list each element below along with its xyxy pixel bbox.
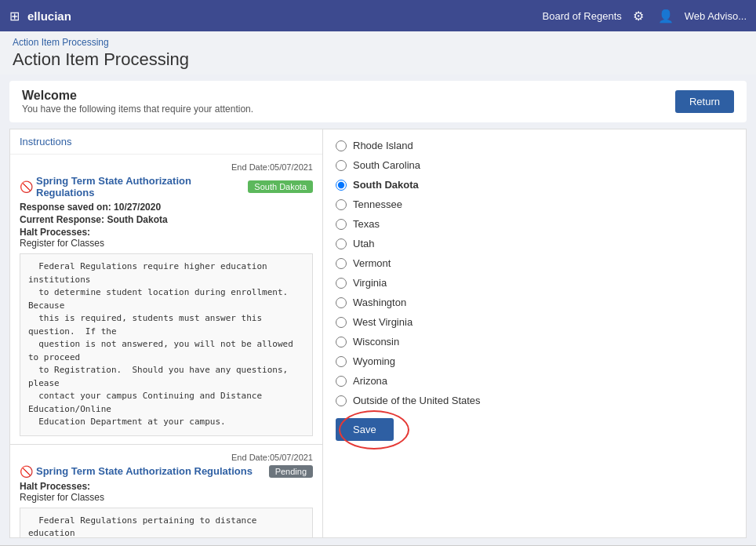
save-button[interactable]: Save bbox=[336, 418, 394, 441]
state-radio-0[interactable] bbox=[336, 140, 347, 151]
end-date-1: End Date:05/07/2021 bbox=[231, 162, 313, 172]
state-radio-4[interactable] bbox=[336, 219, 347, 230]
user-icon[interactable]: 👤 bbox=[655, 5, 677, 27]
state-item[interactable]: Wisconsin bbox=[323, 332, 746, 351]
state-radio-7[interactable] bbox=[336, 278, 347, 289]
state-item[interactable]: South Dakota bbox=[323, 175, 746, 195]
state-label-6: Vermont bbox=[353, 257, 391, 269]
state-item[interactable]: South Carolina bbox=[323, 155, 746, 175]
state-label-0: Rhode Island bbox=[353, 140, 413, 151]
state-item[interactable]: West Virginia bbox=[323, 312, 746, 332]
welcome-title: Welcome bbox=[22, 89, 77, 102]
state-label-8: Washington bbox=[353, 297, 406, 308]
state-radio-6[interactable] bbox=[336, 258, 347, 269]
state-label-11: Wyoming bbox=[353, 355, 395, 367]
state-item[interactable]: Wyoming bbox=[323, 351, 746, 371]
state-label-3: Tennessee bbox=[353, 198, 402, 210]
top-navigation: ⊞ ellucian Board of Regents ⚙ 👤 Web Advi… bbox=[0, 0, 756, 31]
breadcrumb[interactable]: Action Item Processing bbox=[13, 37, 109, 48]
action-card-link-1[interactable]: Spring Term State Authorization Regulati… bbox=[36, 175, 248, 198]
state-radio-5[interactable] bbox=[336, 238, 347, 249]
state-item[interactable]: Texas bbox=[323, 214, 746, 234]
welcome-subtitle: You have the following items that requir… bbox=[22, 104, 253, 115]
state-radio-2[interactable] bbox=[336, 180, 347, 191]
state-label-2: South Dakota bbox=[353, 179, 419, 191]
state-label-9: West Virginia bbox=[353, 316, 413, 328]
brand-logo: ellucian bbox=[27, 9, 71, 23]
right-panel: Rhode IslandSouth CarolinaSouth DakotaTe… bbox=[323, 129, 747, 538]
state-label-12: Arizona bbox=[353, 375, 387, 387]
action-card-2: End Date:05/07/2021 🚫 Spring Term State … bbox=[10, 445, 322, 539]
response-saved-1: Response saved on: 10/27/2020 bbox=[20, 202, 313, 213]
state-item[interactable]: Virginia bbox=[323, 273, 746, 293]
state-item[interactable]: Tennessee bbox=[323, 195, 746, 214]
status-badge-1: South Dakota bbox=[248, 180, 313, 193]
state-radio-11[interactable] bbox=[336, 356, 347, 367]
description-2: Federal Regulations pertaining to distan… bbox=[20, 508, 313, 539]
state-radio-8[interactable] bbox=[336, 297, 347, 308]
state-radio-12[interactable] bbox=[336, 376, 347, 387]
state-label-7: Virginia bbox=[353, 277, 387, 289]
state-label-5: Utah bbox=[353, 238, 374, 249]
grid-icon[interactable]: ⊞ bbox=[9, 9, 20, 24]
state-label-4: Texas bbox=[353, 218, 380, 230]
action-card-link-2[interactable]: Spring Term State Authorization Regulati… bbox=[36, 465, 269, 477]
ban-icon-1: 🚫 bbox=[20, 180, 33, 193]
web-advisor-label: Web Adviso... bbox=[685, 10, 747, 22]
status-badge-2: Pending bbox=[269, 465, 313, 478]
state-radio-9[interactable] bbox=[336, 317, 347, 328]
instructions-link[interactable]: Instructions bbox=[10, 129, 322, 155]
current-response-1: Current Response: South Dakota bbox=[20, 214, 313, 225]
state-radio-3[interactable] bbox=[336, 199, 347, 210]
state-list: Rhode IslandSouth CarolinaSouth DakotaTe… bbox=[323, 136, 746, 410]
save-area: Save bbox=[323, 410, 746, 447]
state-radio-1[interactable] bbox=[336, 160, 347, 171]
state-item[interactable]: Rhode Island bbox=[323, 136, 746, 155]
state-radio-10[interactable] bbox=[336, 337, 347, 348]
state-radio-13[interactable] bbox=[336, 395, 347, 406]
halt-value-2: Register for Classes bbox=[20, 492, 313, 503]
ban-icon-2: 🚫 bbox=[20, 465, 33, 478]
page-title: Action Item Processing bbox=[13, 49, 743, 70]
halt-value-1: Register for Classes bbox=[20, 238, 313, 249]
state-label-10: Wisconsin bbox=[353, 336, 399, 348]
state-item[interactable]: Vermont bbox=[323, 253, 746, 273]
state-item[interactable]: Outside of the United States bbox=[323, 391, 746, 410]
description-1: Federal Regulations require higher educa… bbox=[20, 253, 313, 436]
state-item[interactable]: Utah bbox=[323, 234, 746, 253]
state-label-1: South Carolina bbox=[353, 159, 420, 171]
gear-icon[interactable]: ⚙ bbox=[630, 5, 647, 27]
return-button[interactable]: Return bbox=[675, 90, 734, 113]
halt-label-2: Halt Processes: bbox=[20, 481, 313, 492]
board-label: Board of Regents bbox=[543, 10, 622, 22]
halt-label-1: Halt Processes: bbox=[20, 227, 313, 238]
end-date-2: End Date:05/07/2021 bbox=[231, 453, 313, 462]
left-panel: Instructions End Date:05/07/2021 🚫 Sprin… bbox=[9, 129, 323, 538]
state-item[interactable]: Washington bbox=[323, 293, 746, 312]
state-label-13: Outside of the United States bbox=[353, 395, 481, 406]
state-item[interactable]: Arizona bbox=[323, 371, 746, 391]
action-card-1: End Date:05/07/2021 🚫 Spring Term State … bbox=[10, 155, 322, 445]
